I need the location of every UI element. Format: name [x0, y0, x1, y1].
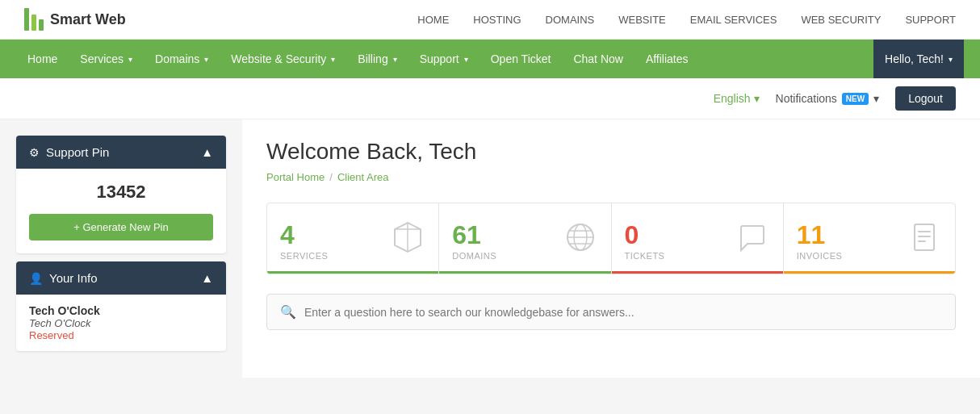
- globe-icon: [563, 220, 598, 262]
- green-nav-support[interactable]: Support ▾: [408, 40, 480, 78]
- topnav-web-security[interactable]: WEB SECURITY: [801, 14, 881, 26]
- stat-invoices-label: INVOICES: [797, 251, 843, 261]
- chevron-down-icon: ▾: [128, 55, 132, 64]
- chevron-down-icon: ▾: [204, 55, 208, 64]
- search-input[interactable]: [304, 306, 942, 319]
- sidebar: ⚙ Support Pin ▲ 13452 + Generate New Pin…: [0, 119, 242, 378]
- user-status: Reserved: [29, 329, 213, 341]
- stat-tickets-underline: [612, 271, 783, 274]
- stat-domains[interactable]: 61 DOMAINS: [439, 203, 611, 274]
- user-icon: 👤: [29, 272, 43, 285]
- topnav-home[interactable]: HOME: [417, 14, 449, 26]
- user-company: Tech O'Clock: [29, 317, 213, 329]
- your-info-body: Tech O'Clock Tech O'Clock Reserved: [16, 295, 226, 351]
- logo-bar-1: [24, 8, 29, 31]
- gear-icon: ⚙: [29, 146, 40, 159]
- stat-services-number: 4: [280, 222, 328, 248]
- chevron-up-icon: ▲: [201, 271, 213, 285]
- chevron-down-icon: ▾: [393, 55, 397, 64]
- stat-domains-number: 61: [452, 222, 496, 248]
- topnav-hosting[interactable]: HOSTING: [473, 14, 521, 26]
- support-pin-value: 13452: [29, 182, 213, 203]
- stat-tickets-left: 0 TICKETS: [625, 222, 665, 261]
- support-pin-header: ⚙ Support Pin ▲: [16, 136, 226, 169]
- green-nav-affiliates[interactable]: Affiliates: [634, 40, 700, 78]
- logo-bar-2: [31, 15, 36, 31]
- green-nav-billing[interactable]: Billing ▾: [346, 40, 408, 78]
- top-links-nav: HOME HOSTING DOMAINS WEBSITE EMAIL SERVI…: [417, 14, 956, 26]
- language-selector[interactable]: English ▾: [714, 92, 760, 105]
- logout-button[interactable]: Logout: [895, 86, 956, 111]
- chevron-down-icon: ▾: [873, 92, 879, 105]
- green-nav-services[interactable]: Services ▾: [69, 40, 144, 78]
- user-name: Tech O'Clock: [29, 304, 213, 317]
- green-nav-chat-now[interactable]: Chat Now: [562, 40, 634, 78]
- your-info-card: 👤 Your Info ▲ Tech O'Clock Tech O'Clock …: [16, 261, 226, 351]
- your-info-header: 👤 Your Info ▲: [16, 261, 226, 295]
- main-content: ⚙ Support Pin ▲ 13452 + Generate New Pin…: [0, 119, 980, 378]
- stat-invoices-left: 11 INVOICES: [797, 222, 843, 261]
- support-pin-body: 13452 + Generate New Pin: [16, 169, 226, 253]
- support-pin-card: ⚙ Support Pin ▲ 13452 + Generate New Pin: [16, 136, 226, 253]
- chevron-down-icon: ▾: [464, 55, 468, 64]
- green-nav-open-ticket[interactable]: Open Ticket: [480, 40, 563, 78]
- welcome-title: Welcome Back, Tech: [266, 139, 956, 165]
- search-bar: 🔍: [266, 294, 956, 330]
- chevron-down-icon: ▾: [949, 55, 953, 64]
- right-content: Welcome Back, Tech Portal Home / Client …: [242, 119, 980, 378]
- breadcrumb-separator: /: [329, 171, 333, 183]
- invoice-icon: [907, 220, 942, 262]
- chevron-down-icon: ▾: [331, 55, 335, 64]
- stat-invoices-number: 11: [797, 222, 843, 248]
- green-nav-website-security[interactable]: Website & Security ▾: [220, 40, 346, 78]
- stats-row: 4 SERVICES 61 DOMAINS: [266, 203, 956, 274]
- stat-tickets-label: TICKETS: [625, 251, 665, 261]
- top-nav: Smart Web HOME HOSTING DOMAINS WEBSITE E…: [0, 0, 980, 40]
- logo-bar-3: [39, 19, 44, 31]
- breadcrumb: Portal Home / Client Area: [266, 171, 956, 183]
- stat-tickets[interactable]: 0 TICKETS: [612, 203, 784, 274]
- box-icon: [390, 220, 425, 262]
- stat-domains-left: 61 DOMAINS: [452, 222, 496, 261]
- stat-services-underline: [267, 271, 438, 274]
- stat-invoices-underline: [784, 271, 955, 274]
- green-nav-domains[interactable]: Domains ▾: [144, 40, 220, 78]
- topnav-support[interactable]: SUPPORT: [905, 14, 956, 26]
- green-nav: Home Services ▾ Domains ▾ Website & Secu…: [0, 40, 980, 78]
- stat-domains-label: DOMAINS: [452, 251, 496, 261]
- stat-domains-underline: [439, 271, 610, 274]
- stat-services-left: 4 SERVICES: [280, 222, 328, 261]
- notifications-area[interactable]: Notifications NEW ▾: [776, 92, 880, 105]
- topnav-website[interactable]: WEBSITE: [618, 14, 666, 26]
- logo[interactable]: Smart Web: [24, 8, 126, 31]
- chevron-up-icon: ▲: [201, 145, 213, 159]
- stat-tickets-number: 0: [625, 222, 665, 248]
- breadcrumb-portal-home[interactable]: Portal Home: [266, 171, 325, 183]
- chat-icon: [735, 220, 770, 262]
- new-badge: NEW: [842, 93, 869, 105]
- green-nav-home[interactable]: Home: [16, 40, 69, 78]
- topnav-domains[interactable]: DOMAINS: [546, 14, 595, 26]
- logo-icon: [24, 8, 44, 31]
- stat-invoices[interactable]: 11 INVOICES: [784, 203, 955, 274]
- chevron-down-icon: ▾: [754, 92, 760, 105]
- topnav-email-services[interactable]: EMAIL SERVICES: [690, 14, 777, 26]
- stat-services[interactable]: 4 SERVICES: [267, 203, 439, 274]
- logo-text: Smart Web: [50, 11, 126, 28]
- stat-services-label: SERVICES: [280, 251, 328, 261]
- breadcrumb-client-area: Client Area: [337, 171, 389, 183]
- green-nav-hello[interactable]: Hello, Tech! ▾: [873, 40, 964, 78]
- search-icon: 🔍: [280, 304, 296, 320]
- sub-header: English ▾ Notifications NEW ▾ Logout: [0, 78, 980, 119]
- generate-pin-button[interactable]: + Generate New Pin: [29, 214, 213, 240]
